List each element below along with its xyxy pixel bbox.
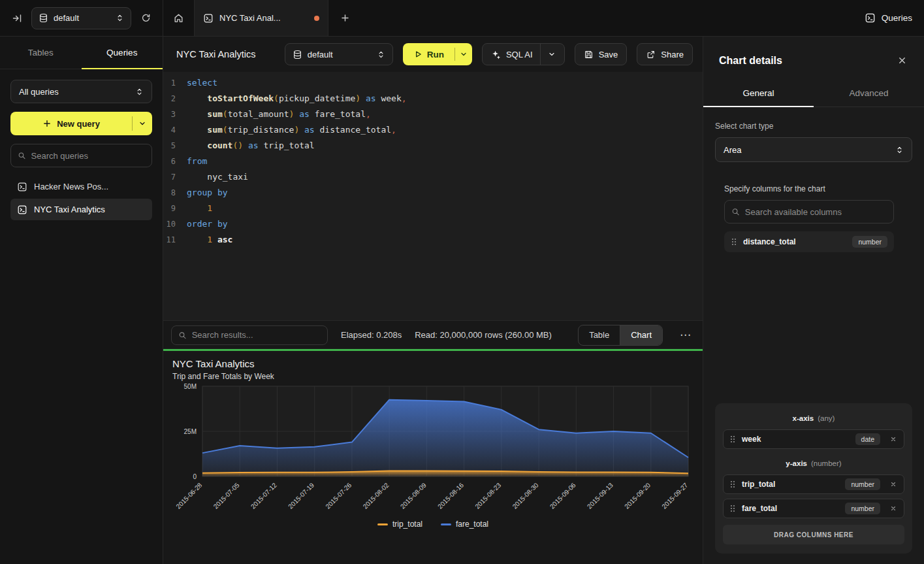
sql-ai-button[interactable]: SQL AI <box>482 43 565 65</box>
search-columns-input[interactable] <box>745 207 887 217</box>
editor-line: 4 sum(trip_distance) as distance_total, <box>163 122 703 138</box>
svg-text:2015-09-27: 2015-09-27 <box>660 481 689 510</box>
tab-tables[interactable]: Tables <box>0 37 82 69</box>
new-query-dropdown[interactable] <box>133 112 152 135</box>
chevrons-updown-icon <box>116 14 124 22</box>
sql-editor[interactable]: 1select2 toStartOfWeek(pickup_datetime) … <box>163 72 703 320</box>
new-query-button[interactable]: New query <box>10 112 152 135</box>
query-tab[interactable]: NYC Taxi Anal... <box>195 0 328 36</box>
columns-search <box>724 200 894 224</box>
new-query-main: New query <box>10 112 132 135</box>
view-chart-button[interactable]: Chart <box>620 325 662 345</box>
search-icon <box>731 207 740 216</box>
search-queries-input[interactable] <box>31 151 145 161</box>
drag-handle-icon[interactable] <box>729 435 736 444</box>
line-number: 11 <box>163 232 187 248</box>
drag-handle-icon[interactable] <box>731 237 737 246</box>
button-divider <box>540 44 541 65</box>
database-icon <box>293 50 302 59</box>
home-button[interactable] <box>163 0 195 36</box>
chart-details-title: Chart details <box>719 55 782 67</box>
chevron-down-icon <box>460 50 468 58</box>
code-text: nyc_taxi <box>187 169 248 185</box>
legend-swatch <box>377 523 388 525</box>
editor-line: 9 1 <box>163 201 703 216</box>
sparkle-icon <box>491 50 501 59</box>
new-tab-button[interactable] <box>328 0 361 36</box>
column-name: week <box>742 435 761 444</box>
queries-nav-button[interactable]: Queries <box>865 12 912 24</box>
run-options-dropdown[interactable] <box>455 43 472 65</box>
svg-text:2015-09-20: 2015-09-20 <box>623 481 652 510</box>
chart-type-select[interactable]: Area <box>715 137 912 162</box>
chart-panel: NYC Taxi Analytics Trip and Fare Totals … <box>163 351 703 564</box>
column-type-badge: date <box>855 433 880 445</box>
svg-text:25M: 25M <box>184 428 197 435</box>
legend-item[interactable]: fare_total <box>441 520 488 529</box>
area-chart[interactable]: 025M50M2015-06-282015-07-052015-07-12201… <box>172 381 692 517</box>
remove-column-button[interactable] <box>889 480 898 489</box>
code-text: from <box>187 154 207 169</box>
svg-text:2015-08-02: 2015-08-02 <box>362 481 390 510</box>
x-axis-group: x-axis(any) week date <box>723 414 904 449</box>
line-number: 2 <box>163 91 187 107</box>
page-title: NYC Taxi Analytics <box>176 49 255 59</box>
x-axis-hint: (any) <box>818 414 835 422</box>
y-axis-column-row[interactable]: fare_total number <box>723 499 904 518</box>
run-database-selector[interactable]: default <box>285 43 393 65</box>
view-table-button[interactable]: Table <box>579 325 620 345</box>
code-text: sum(trip_distance) as distance_total, <box>187 122 396 138</box>
editor-line: 6from <box>163 154 703 169</box>
svg-text:2015-08-23: 2015-08-23 <box>473 481 502 510</box>
chevrons-updown-icon <box>377 50 385 59</box>
x-axis-column-row[interactable]: week date <box>723 429 904 449</box>
remove-column-button[interactable] <box>889 504 898 513</box>
chevrons-updown-icon <box>895 146 904 154</box>
y-axis-column-row[interactable]: trip_total number <box>723 474 904 494</box>
code-text: count() as trip_total <box>187 138 315 154</box>
search-results-input[interactable] <box>192 330 321 340</box>
drag-columns-dropzone[interactable]: DRAG COLUMNS HERE <box>723 525 904 544</box>
results-search <box>171 325 328 345</box>
query-icon <box>865 12 876 24</box>
chart-details-header: Chart details <box>703 37 924 80</box>
tab-strip: NYC Taxi Anal... <box>163 0 361 36</box>
svg-text:2015-07-05: 2015-07-05 <box>212 481 241 510</box>
chart-type-value: Area <box>724 145 741 155</box>
y-axis-hint: (number) <box>811 459 842 467</box>
drag-handle-icon[interactable] <box>729 480 736 489</box>
database-selector[interactable]: default <box>31 7 131 29</box>
tab-general[interactable]: General <box>703 80 814 107</box>
run-button-label: Run <box>427 50 444 59</box>
tab-queries[interactable]: Queries <box>82 37 163 69</box>
chart-details-tabs: General Advanced <box>703 80 924 107</box>
refresh-button[interactable] <box>137 10 154 27</box>
query-icon <box>17 205 27 215</box>
columns-section: Specify columns for the chart distance_t… <box>724 184 894 252</box>
code-text: sum(total_amount) as fare_total, <box>187 107 371 122</box>
more-options-button[interactable]: ⋯ <box>676 328 695 342</box>
available-column-row[interactable]: distance_total number <box>724 231 894 252</box>
y-axis-group: y-axis(number) trip_total number <box>723 459 904 544</box>
chart-title: NYC Taxi Analytics <box>172 358 693 369</box>
collapse-sidebar-button[interactable] <box>8 10 25 27</box>
plus-icon <box>42 119 52 128</box>
svg-text:2015-09-13: 2015-09-13 <box>586 481 614 510</box>
save-button[interactable]: Save <box>575 43 628 65</box>
drag-handle-icon[interactable] <box>729 504 736 513</box>
query-list-item-active[interactable]: NYC Taxi Analytics <box>10 199 152 220</box>
remove-column-button[interactable] <box>889 435 898 444</box>
share-button[interactable]: Share <box>637 43 693 65</box>
close-panel-button[interactable] <box>896 54 908 67</box>
run-button[interactable]: Run <box>403 43 472 65</box>
column-name: distance_total <box>743 237 796 246</box>
query-list-item[interactable]: Hacker News Pos... <box>10 176 152 197</box>
sidebar: Tables Queries All queries New query <box>0 37 163 564</box>
code-text: toStartOfWeek(pickup_datetime) as week, <box>187 91 407 107</box>
editor-line: 7 nyc_taxi <box>163 169 703 185</box>
query-icon <box>203 13 214 24</box>
legend-item[interactable]: trip_total <box>377 520 422 529</box>
query-filter-select[interactable]: All queries <box>10 80 152 103</box>
view-toggle: Table Chart <box>578 325 663 346</box>
tab-advanced[interactable]: Advanced <box>814 80 924 107</box>
